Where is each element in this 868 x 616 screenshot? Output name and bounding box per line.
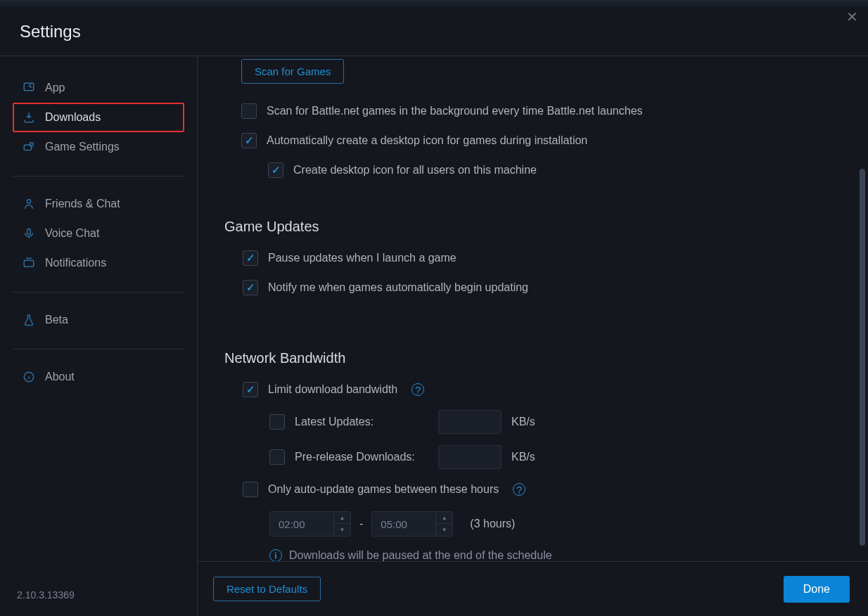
sidebar-label: App <box>45 82 65 94</box>
notify-updates-checkbox[interactable] <box>243 280 258 295</box>
spinner-down-icon[interactable]: ▼ <box>334 524 350 536</box>
auto-update-hours-checkbox[interactable] <box>243 482 258 497</box>
spinner-up-icon[interactable]: ▲ <box>436 512 452 524</box>
page-title: Settings <box>20 22 81 41</box>
limit-bandwidth-checkbox[interactable] <box>243 382 258 397</box>
footer: Reset to Defaults Done <box>198 561 868 616</box>
divider <box>13 176 184 177</box>
sidebar-item-app[interactable]: App <box>13 73 184 103</box>
time-separator: - <box>359 518 363 530</box>
download-icon <box>23 111 35 124</box>
sidebar-label: Friends & Chat <box>45 198 120 210</box>
prerelease-checkbox[interactable] <box>269 449 285 465</box>
settings-header: Settings ✕ <box>0 7 868 56</box>
game-updates-title: Game Updates <box>224 219 834 235</box>
auto-desktop-icon-label: Automatically create a desktop icon for … <box>267 134 587 147</box>
sidebar-label: About <box>45 371 75 383</box>
app-icon <box>23 82 35 94</box>
sidebar-label: Game Settings <box>45 141 120 153</box>
prerelease-input[interactable] <box>438 445 502 469</box>
time-end-field[interactable]: 05:00 ▲ ▼ <box>371 511 453 537</box>
schedule-info-text: Downloads will be paused at the end of t… <box>289 549 552 561</box>
auto-desktop-icon-checkbox[interactable] <box>241 133 257 148</box>
limit-bandwidth-label: Limit download bandwidth <box>268 383 397 396</box>
latest-updates-label: Latest Updates: <box>295 416 428 428</box>
sidebar-item-voice[interactable]: Voice Chat <box>13 219 184 248</box>
sidebar-item-about[interactable]: About <box>13 362 184 392</box>
scan-background-label: Scan for Battle.net games in the backgro… <box>267 105 643 117</box>
sidebar-label: Beta <box>45 314 68 326</box>
scrollbar-thumb[interactable] <box>860 169 865 546</box>
latest-updates-checkbox[interactable] <box>269 414 285 430</box>
sidebar-item-beta[interactable]: Beta <box>13 305 184 335</box>
sidebar-label: Voice Chat <box>45 227 99 240</box>
svg-point-3 <box>27 200 30 203</box>
latest-updates-input[interactable] <box>438 410 502 434</box>
sidebar: App Downloads Game Settings Frie <box>0 56 198 616</box>
info-icon: i <box>269 549 282 561</box>
divider <box>13 349 184 349</box>
close-icon[interactable]: ✕ <box>846 8 858 25</box>
sidebar-label: Notifications <box>45 257 106 269</box>
sidebar-item-game-settings[interactable]: Game Settings <box>13 132 184 162</box>
main-panel: Scan for Games Scan for Battle.net games… <box>198 56 868 616</box>
prerelease-label: Pre-release Downloads: <box>295 451 428 463</box>
spinner-up-icon[interactable]: ▲ <box>334 512 350 524</box>
game-settings-icon <box>23 141 35 153</box>
time-start-field[interactable]: 02:00 ▲ ▼ <box>269 511 351 537</box>
spinner-down-icon[interactable]: ▼ <box>436 524 452 536</box>
flask-icon <box>23 314 35 326</box>
microphone-icon <box>23 227 35 240</box>
done-button[interactable]: Done <box>784 576 850 603</box>
hours-note: (3 hours) <box>470 518 515 530</box>
friends-icon <box>23 198 35 210</box>
auto-update-hours-label: Only auto-update games between these hou… <box>268 483 499 496</box>
version-label: 2.10.3.13369 <box>0 589 197 616</box>
desktop-icon-all-users-checkbox[interactable] <box>268 162 283 178</box>
divider <box>13 292 184 293</box>
scan-games-button[interactable]: Scan for Games <box>241 59 344 84</box>
sidebar-label: Downloads <box>45 111 101 124</box>
pause-updates-label: Pause updates when I launch a game <box>268 252 457 264</box>
pause-updates-checkbox[interactable] <box>243 250 258 266</box>
help-icon[interactable]: ? <box>411 383 424 396</box>
bandwidth-title: Network Bandwidth <box>224 350 834 366</box>
help-icon[interactable]: ? <box>513 483 525 496</box>
time-end-value: 05:00 <box>372 513 435 536</box>
top-strip <box>0 0 868 7</box>
notifications-icon <box>23 257 35 269</box>
svg-rect-4 <box>27 229 31 234</box>
notify-updates-label: Notify me when games automatically begin… <box>268 281 528 294</box>
reset-defaults-button[interactable]: Reset to Defaults <box>213 577 321 601</box>
kbps-unit: KB/s <box>511 451 535 463</box>
info-icon <box>23 371 35 383</box>
sidebar-item-notifications[interactable]: Notifications <box>13 248 184 278</box>
time-start-value: 02:00 <box>270 513 333 536</box>
sidebar-item-friends[interactable]: Friends & Chat <box>13 189 184 219</box>
kbps-unit: KB/s <box>511 416 535 428</box>
scan-background-checkbox[interactable] <box>241 103 257 119</box>
svg-rect-5 <box>24 260 34 267</box>
sidebar-item-downloads[interactable]: Downloads <box>13 103 184 132</box>
desktop-icon-all-users-label: Create desktop icon for all users on thi… <box>293 164 537 177</box>
svg-rect-0 <box>24 83 34 91</box>
